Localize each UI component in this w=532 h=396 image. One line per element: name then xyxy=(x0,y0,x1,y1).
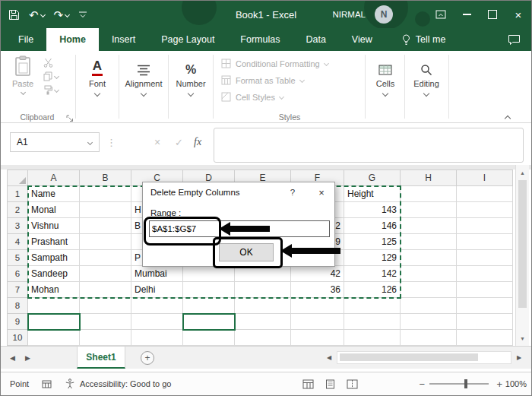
cell-F8[interactable] xyxy=(291,298,344,314)
cell-A5[interactable]: Sampath xyxy=(28,250,80,266)
horizontal-scrollbar-track[interactable] xyxy=(337,351,511,364)
cell-B2[interactable] xyxy=(80,202,131,218)
enter-button[interactable]: ✓ xyxy=(175,132,183,152)
customize-quick-access-button[interactable] xyxy=(78,11,87,19)
cell-H7[interactable] xyxy=(401,282,457,298)
cell-D10[interactable] xyxy=(183,330,235,346)
cell-H2[interactable] xyxy=(401,202,457,218)
paste-button[interactable]: Paste xyxy=(7,55,39,94)
tab-data[interactable]: Data xyxy=(293,28,338,51)
cell-G8[interactable] xyxy=(344,298,401,314)
close-button[interactable]: × xyxy=(505,1,531,28)
zoom-slider[interactable] xyxy=(429,372,489,395)
row-header-1[interactable]: 1 xyxy=(7,186,28,202)
cell-D7[interactable] xyxy=(183,282,235,298)
cell-E7[interactable] xyxy=(235,282,291,298)
cell-B10[interactable] xyxy=(80,330,131,346)
cell-H10[interactable] xyxy=(401,330,457,346)
row-header-5[interactable]: 5 xyxy=(7,250,28,266)
cell-B3[interactable] xyxy=(80,218,131,234)
cell-D9[interactable] xyxy=(183,314,235,330)
copy-button[interactable] xyxy=(43,71,59,81)
cell-H1[interactable] xyxy=(401,186,457,202)
cell-D8[interactable] xyxy=(183,298,235,314)
range-input[interactable] xyxy=(149,220,330,237)
tab-formulas[interactable]: Formulas xyxy=(227,28,293,51)
cell-H9[interactable] xyxy=(401,314,457,330)
cell-E8[interactable] xyxy=(235,298,291,314)
undo-button[interactable]: ↶ xyxy=(29,9,45,21)
select-all-corner[interactable] xyxy=(7,169,28,186)
dialog-help-button[interactable]: ? xyxy=(281,182,304,202)
next-sheet-button[interactable]: ▶ xyxy=(25,347,30,369)
cell-G9[interactable] xyxy=(344,314,401,330)
cell-G7[interactable]: 126 xyxy=(344,282,401,298)
name-box[interactable]: A1 xyxy=(10,132,100,152)
column-header-B[interactable]: B xyxy=(80,169,131,186)
cell-G5[interactable]: 129 xyxy=(344,250,401,266)
cell-I3[interactable] xyxy=(457,218,513,234)
cell-E9[interactable] xyxy=(235,314,291,330)
row-header-9[interactable]: 9 xyxy=(7,314,28,330)
cell-H8[interactable] xyxy=(401,298,457,314)
zoom-slider-thumb[interactable] xyxy=(464,379,467,388)
maximize-button[interactable] xyxy=(480,1,505,28)
cell-E10[interactable] xyxy=(235,330,291,346)
editing-group-button[interactable]: Editing xyxy=(406,56,447,96)
alignment-group-button[interactable]: Alignment xyxy=(120,56,167,96)
format-as-table-button[interactable]: Format as Table xyxy=(221,75,304,85)
row-header-2[interactable]: 2 xyxy=(7,202,28,218)
scroll-left-icon[interactable]: ◀ xyxy=(323,354,335,361)
column-header-G[interactable]: G xyxy=(344,169,401,186)
cell-C6[interactable]: Mumbai xyxy=(131,266,183,282)
cell-F9[interactable] xyxy=(291,314,344,330)
save-button[interactable] xyxy=(8,9,20,21)
cell-A6[interactable]: Sandeep xyxy=(28,266,80,282)
cell-I5[interactable] xyxy=(457,250,513,266)
number-group-button[interactable]: % Number xyxy=(169,56,212,96)
cell-H5[interactable] xyxy=(401,250,457,266)
insert-function-button[interactable]: fx xyxy=(194,132,201,152)
avatar[interactable]: N xyxy=(375,5,393,24)
cell-B6[interactable] xyxy=(80,266,131,282)
cut-button[interactable] xyxy=(43,58,53,68)
cell-styles-button[interactable]: Cell Styles xyxy=(221,92,283,102)
horizontal-scrollbar[interactable]: ◀ ▶ xyxy=(323,350,525,365)
cell-B7[interactable] xyxy=(80,282,131,298)
scroll-down-icon[interactable]: ▼ xyxy=(516,332,529,344)
column-header-A[interactable]: A xyxy=(28,169,80,186)
cell-E6[interactable] xyxy=(235,266,291,282)
cell-I4[interactable] xyxy=(457,234,513,250)
dialog-close-button[interactable]: × xyxy=(309,182,334,202)
row-header-3[interactable]: 3 xyxy=(7,218,28,234)
ribbon-display-options-button[interactable] xyxy=(428,1,454,28)
cell-A10[interactable] xyxy=(28,330,80,346)
cell-A9[interactable] xyxy=(28,314,80,330)
cell-A8[interactable] xyxy=(28,298,80,314)
row-header-7[interactable]: 7 xyxy=(7,282,28,298)
cell-I2[interactable] xyxy=(457,202,513,218)
cell-F6[interactable]: 42 xyxy=(291,266,344,282)
cell-C9[interactable] xyxy=(131,314,183,330)
zoom-slider-track[interactable] xyxy=(429,379,489,388)
formula-input[interactable] xyxy=(214,128,524,163)
normal-view-icon[interactable] xyxy=(302,379,314,389)
zoom-level[interactable]: 100% xyxy=(505,372,527,395)
cell-H6[interactable] xyxy=(401,266,457,282)
row-header-8[interactable]: 8 xyxy=(7,298,28,314)
column-header-H[interactable]: H xyxy=(401,169,457,186)
scroll-up-icon[interactable]: ▲ xyxy=(516,166,529,179)
row-header-6[interactable]: 6 xyxy=(7,266,28,282)
macro-record-button[interactable] xyxy=(42,372,52,395)
cell-A1[interactable]: Name xyxy=(28,186,80,202)
cell-G6[interactable]: 142 xyxy=(344,266,401,282)
page-layout-view-icon[interactable] xyxy=(325,379,336,389)
cell-D6[interactable] xyxy=(183,266,235,282)
cell-I9[interactable] xyxy=(457,314,513,330)
tab-home[interactable]: Home xyxy=(46,28,99,51)
cell-I8[interactable] xyxy=(457,298,513,314)
cell-G10[interactable] xyxy=(344,330,401,346)
tell-me-box[interactable]: Tell me xyxy=(397,28,451,51)
tab-file[interactable]: File xyxy=(5,28,46,51)
cell-G2[interactable]: 143 xyxy=(344,202,401,218)
